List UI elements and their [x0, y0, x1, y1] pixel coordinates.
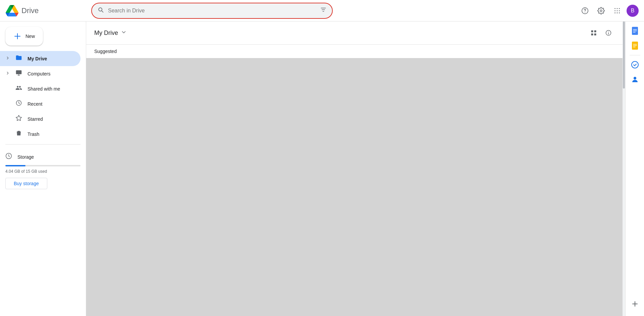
main-header: My Drive	[86, 21, 623, 45]
header-actions: B	[578, 4, 639, 17]
svg-point-7	[619, 10, 620, 11]
svg-rect-15	[591, 34, 593, 36]
new-button[interactable]: New	[5, 27, 43, 46]
logo-area: Drive	[5, 5, 86, 16]
chevron-right-icon-computers	[5, 71, 10, 76]
storage-used-text: 4.04 GB of 15 GB used	[5, 169, 80, 174]
storage-text-label: Storage	[17, 154, 34, 160]
svg-rect-16	[594, 34, 596, 36]
starred-icon	[15, 115, 22, 123]
svg-point-10	[619, 12, 620, 13]
my-drive-label: My Drive	[28, 56, 47, 61]
help-button[interactable]	[578, 4, 592, 17]
svg-point-3	[617, 8, 618, 9]
svg-rect-11	[16, 70, 22, 74]
recent-icon	[15, 100, 22, 108]
search-input[interactable]	[108, 8, 316, 14]
grid-view-button[interactable]	[588, 27, 600, 39]
search-filter-icon[interactable]	[320, 6, 327, 15]
storage-bar-fill	[5, 165, 25, 166]
google-sheets-button[interactable]	[628, 39, 642, 52]
content-area	[86, 58, 623, 316]
svg-point-22	[634, 77, 636, 80]
google-docs-button[interactable]	[628, 24, 642, 38]
svg-point-9	[617, 12, 618, 13]
storage-icon	[5, 153, 12, 161]
suggested-label: Suggested	[86, 45, 623, 58]
app-title: Drive	[21, 6, 39, 15]
right-panel-divider	[630, 55, 640, 55]
storage-section: Storage 4.04 GB of 15 GB used Buy storag…	[0, 147, 86, 192]
sidebar-divider	[5, 144, 80, 145]
search-icon	[97, 6, 104, 15]
sidebar-item-starred[interactable]: Starred	[0, 111, 80, 126]
scrollbar[interactable]	[623, 21, 625, 316]
sidebar-item-trash[interactable]: Trash	[0, 126, 80, 142]
chevron-right-icon	[5, 56, 10, 61]
drive-logo-icon	[5, 5, 19, 16]
svg-rect-14	[594, 31, 596, 33]
svg-point-6	[617, 10, 618, 11]
svg-point-4	[619, 8, 620, 9]
info-button[interactable]	[602, 27, 614, 39]
contacts-button[interactable]	[628, 73, 642, 86]
plus-icon	[13, 32, 21, 40]
trash-label: Trash	[28, 131, 39, 137]
shared-label: Shared with me	[28, 86, 60, 92]
body: New My Drive Computers	[0, 21, 644, 316]
my-drive-icon	[15, 54, 22, 63]
apps-button[interactable]	[610, 4, 624, 17]
computers-icon	[15, 69, 22, 78]
sidebar-item-recent[interactable]: Recent	[0, 96, 80, 111]
settings-button[interactable]	[594, 4, 608, 17]
tasks-button[interactable]	[628, 58, 642, 71]
title-dropdown-icon[interactable]	[121, 29, 127, 37]
starred-label: Starred	[28, 116, 43, 122]
trash-icon	[15, 130, 22, 138]
avatar[interactable]: B	[627, 5, 639, 17]
main-header-actions	[588, 27, 614, 39]
search-box	[91, 3, 333, 19]
main-title-area: My Drive	[94, 29, 127, 37]
buy-storage-button[interactable]: Buy storage	[5, 178, 47, 189]
svg-point-5	[614, 10, 615, 11]
svg-point-8	[614, 12, 615, 13]
main-content: My Drive Suggested	[86, 21, 623, 316]
svg-point-1	[585, 12, 585, 12]
computers-label: Computers	[28, 71, 50, 76]
search-area	[91, 3, 333, 19]
sidebar-item-shared[interactable]: Shared with me	[0, 81, 80, 96]
sidebar: New My Drive Computers	[0, 21, 86, 316]
sidebar-item-my-drive[interactable]: My Drive	[0, 51, 80, 66]
right-panel	[625, 21, 644, 316]
storage-label-area: Storage	[5, 153, 80, 161]
add-apps-button[interactable]	[628, 297, 642, 311]
header: Drive	[0, 0, 644, 21]
main-title: My Drive	[94, 30, 118, 37]
svg-point-18	[608, 32, 609, 32]
svg-point-2	[614, 8, 615, 9]
sidebar-item-computers[interactable]: Computers	[0, 66, 80, 81]
storage-bar	[5, 165, 80, 166]
svg-point-21	[632, 61, 638, 68]
scroll-thumb	[623, 21, 625, 89]
new-button-label: New	[25, 34, 35, 39]
svg-rect-13	[591, 31, 593, 33]
recent-label: Recent	[28, 101, 42, 107]
shared-icon	[15, 85, 22, 93]
